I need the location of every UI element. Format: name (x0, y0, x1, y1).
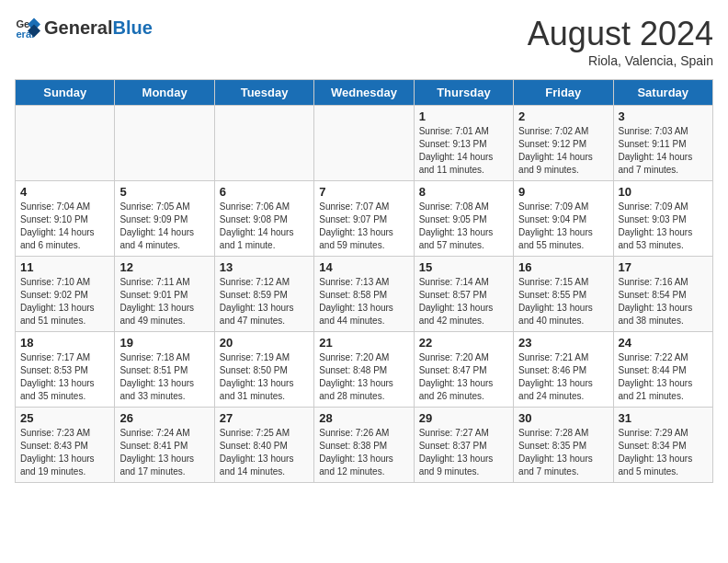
day-info: Sunrise: 7:22 AMSunset: 8:44 PMDaylight:… (619, 351, 708, 403)
day-info: Sunrise: 7:09 AMSunset: 9:04 PMDaylight:… (518, 201, 608, 252)
calendar-cell: 7Sunrise: 7:07 AMSunset: 9:07 PMDaylight… (314, 181, 414, 257)
calendar-cell: 9Sunrise: 7:09 AMSunset: 9:04 PMDaylight… (514, 181, 613, 257)
calendar-cell: 13Sunrise: 7:12 AMSunset: 8:59 PMDayligh… (214, 257, 313, 332)
logo-general: General (44, 17, 112, 38)
day-info: Sunrise: 7:28 AMSunset: 8:35 PMDaylight:… (518, 427, 608, 478)
calendar-cell (214, 106, 313, 181)
weekday-header: Thursday (414, 80, 513, 106)
day-number: 20 (220, 336, 309, 350)
calendar-cell (16, 106, 115, 181)
calendar-cell: 18Sunrise: 7:17 AMSunset: 8:53 PMDayligh… (16, 332, 115, 408)
day-number: 5 (119, 185, 209, 199)
day-info: Sunrise: 7:26 AMSunset: 8:38 PMDaylight:… (319, 427, 408, 478)
calendar-cell: 8Sunrise: 7:08 AMSunset: 9:05 PMDaylight… (414, 181, 513, 257)
day-info: Sunrise: 7:17 AMSunset: 8:53 PMDaylight:… (20, 351, 109, 403)
day-info: Sunrise: 7:19 AMSunset: 8:50 PMDaylight:… (220, 351, 309, 403)
day-number: 11 (20, 260, 109, 274)
calendar-cell: 27Sunrise: 7:25 AMSunset: 8:40 PMDayligh… (214, 408, 313, 483)
calendar-cell: 3Sunrise: 7:03 AMSunset: 9:11 PMDaylight… (613, 106, 712, 181)
day-info: Sunrise: 7:03 AMSunset: 9:11 PMDaylight:… (619, 125, 708, 177)
calendar-cell: 26Sunrise: 7:24 AMSunset: 8:41 PMDayligh… (115, 408, 214, 483)
calendar-cell (115, 106, 214, 181)
day-number: 19 (119, 336, 209, 350)
weekday-header: Friday (514, 80, 613, 106)
day-info: Sunrise: 7:25 AMSunset: 8:40 PMDaylight:… (220, 427, 309, 478)
calendar-week-row: 11Sunrise: 7:10 AMSunset: 9:02 PMDayligh… (16, 257, 713, 332)
day-number: 31 (619, 411, 708, 425)
day-info: Sunrise: 7:20 AMSunset: 8:47 PMDaylight:… (419, 351, 508, 403)
day-info: Sunrise: 7:29 AMSunset: 8:34 PMDaylight:… (619, 427, 708, 478)
day-number: 15 (419, 260, 508, 274)
calendar-cell: 28Sunrise: 7:26 AMSunset: 8:38 PMDayligh… (314, 408, 414, 483)
calendar-cell: 21Sunrise: 7:20 AMSunset: 8:48 PMDayligh… (314, 332, 414, 408)
day-info: Sunrise: 7:10 AMSunset: 9:02 PMDaylight:… (20, 276, 109, 327)
day-number: 16 (518, 260, 608, 274)
day-number: 18 (20, 336, 109, 350)
day-info: Sunrise: 7:21 AMSunset: 8:46 PMDaylight:… (518, 351, 608, 403)
calendar-cell: 19Sunrise: 7:18 AMSunset: 8:51 PMDayligh… (115, 332, 214, 408)
day-number: 26 (119, 411, 209, 425)
calendar-cell: 24Sunrise: 7:22 AMSunset: 8:44 PMDayligh… (613, 332, 712, 408)
calendar-cell: 2Sunrise: 7:02 AMSunset: 9:12 PMDaylight… (514, 106, 613, 181)
day-info: Sunrise: 7:08 AMSunset: 9:05 PMDaylight:… (419, 201, 508, 252)
day-number: 23 (518, 336, 608, 350)
calendar-cell: 29Sunrise: 7:27 AMSunset: 8:37 PMDayligh… (414, 408, 513, 483)
calendar-cell: 15Sunrise: 7:14 AMSunset: 8:57 PMDayligh… (414, 257, 513, 332)
logo-wordmark: GeneralBlue (44, 17, 153, 39)
day-info: Sunrise: 7:01 AMSunset: 9:13 PMDaylight:… (419, 125, 508, 177)
calendar-cell: 30Sunrise: 7:28 AMSunset: 8:35 PMDayligh… (514, 408, 613, 483)
weekday-header: Monday (115, 80, 214, 106)
day-number: 10 (619, 185, 708, 199)
day-number: 28 (319, 411, 408, 425)
day-number: 29 (419, 411, 508, 425)
day-info: Sunrise: 7:16 AMSunset: 8:54 PMDaylight:… (619, 276, 708, 327)
calendar-cell: 11Sunrise: 7:10 AMSunset: 9:02 PMDayligh… (16, 257, 115, 332)
weekday-header: Wednesday (314, 80, 414, 106)
calendar-week-row: 4Sunrise: 7:04 AMSunset: 9:10 PMDaylight… (16, 181, 713, 257)
calendar-week-row: 25Sunrise: 7:23 AMSunset: 8:43 PMDayligh… (16, 408, 713, 483)
calendar-cell: 17Sunrise: 7:16 AMSunset: 8:54 PMDayligh… (613, 257, 712, 332)
day-info: Sunrise: 7:20 AMSunset: 8:48 PMDaylight:… (319, 351, 408, 403)
day-info: Sunrise: 7:04 AMSunset: 9:10 PMDaylight:… (20, 201, 109, 252)
day-number: 4 (20, 185, 109, 199)
day-number: 24 (619, 336, 708, 350)
day-number: 27 (220, 411, 309, 425)
weekday-header: Tuesday (214, 80, 313, 106)
calendar-cell: 20Sunrise: 7:19 AMSunset: 8:50 PMDayligh… (214, 332, 313, 408)
month-title: August 2024 (528, 15, 713, 53)
day-info: Sunrise: 7:09 AMSunset: 9:03 PMDaylight:… (619, 201, 708, 252)
day-number: 8 (419, 185, 508, 199)
calendar-cell: 14Sunrise: 7:13 AMSunset: 8:58 PMDayligh… (314, 257, 414, 332)
day-info: Sunrise: 7:13 AMSunset: 8:58 PMDaylight:… (319, 276, 408, 327)
day-info: Sunrise: 7:23 AMSunset: 8:43 PMDaylight:… (20, 427, 109, 478)
calendar-cell: 4Sunrise: 7:04 AMSunset: 9:10 PMDaylight… (16, 181, 115, 257)
logo-icon: Gen eral (15, 15, 40, 40)
day-info: Sunrise: 7:05 AMSunset: 9:09 PMDaylight:… (119, 201, 209, 252)
calendar-cell: 22Sunrise: 7:20 AMSunset: 8:47 PMDayligh… (414, 332, 513, 408)
day-number: 12 (119, 260, 209, 274)
day-info: Sunrise: 7:15 AMSunset: 8:55 PMDaylight:… (518, 276, 608, 327)
calendar-cell: 31Sunrise: 7:29 AMSunset: 8:34 PMDayligh… (613, 408, 712, 483)
calendar-cell (314, 106, 414, 181)
calendar-cell: 16Sunrise: 7:15 AMSunset: 8:55 PMDayligh… (514, 257, 613, 332)
day-number: 2 (518, 109, 608, 123)
day-number: 30 (518, 411, 608, 425)
calendar-week-row: 18Sunrise: 7:17 AMSunset: 8:53 PMDayligh… (16, 332, 713, 408)
day-number: 25 (20, 411, 109, 425)
calendar-cell: 5Sunrise: 7:05 AMSunset: 9:09 PMDaylight… (115, 181, 214, 257)
day-number: 7 (319, 185, 408, 199)
day-info: Sunrise: 7:14 AMSunset: 8:57 PMDaylight:… (419, 276, 508, 327)
logo-blue: Blue (112, 17, 152, 38)
day-number: 14 (319, 260, 408, 274)
location: Riola, Valencia, Spain (528, 53, 713, 68)
weekday-header: Sunday (16, 80, 115, 106)
day-number: 1 (419, 109, 508, 123)
logo: Gen eral GeneralBlue (15, 15, 153, 40)
day-number: 13 (220, 260, 309, 274)
calendar-cell: 23Sunrise: 7:21 AMSunset: 8:46 PMDayligh… (514, 332, 613, 408)
day-info: Sunrise: 7:06 AMSunset: 9:08 PMDaylight:… (220, 201, 309, 252)
day-info: Sunrise: 7:12 AMSunset: 8:59 PMDaylight:… (220, 276, 309, 327)
page-header: Gen eral GeneralBlue August 2024 Riola, … (15, 15, 713, 68)
day-number: 6 (220, 185, 309, 199)
calendar-table: SundayMondayTuesdayWednesdayThursdayFrid… (15, 79, 713, 483)
